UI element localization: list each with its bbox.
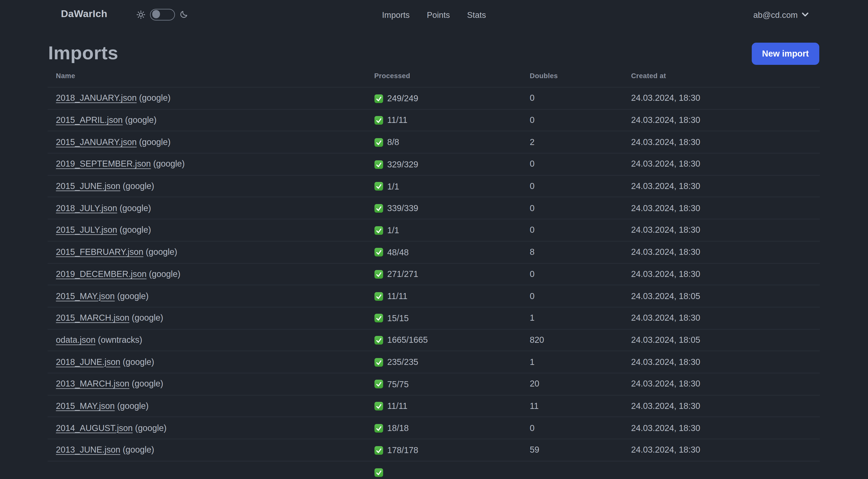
- success-check-icon: [374, 138, 383, 147]
- import-file-link[interactable]: 2015_JUNE.json: [56, 181, 120, 190]
- import-file-link[interactable]: 2015_MAY.json: [56, 291, 115, 300]
- processed-cell: 178/178: [374, 439, 530, 461]
- import-file-link[interactable]: 2015_MAY.json: [56, 401, 115, 410]
- processed-cell: 11/11: [374, 395, 530, 417]
- doubles-cell: 0: [530, 197, 631, 219]
- sun-icon: [136, 10, 146, 19]
- processed-cell: 11/11: [374, 109, 530, 131]
- processed-cell: 249/249: [374, 87, 530, 109]
- processed-cell: 1665/1665: [374, 329, 530, 351]
- success-check-icon: [374, 226, 383, 235]
- import-source-label: (google): [120, 225, 151, 235]
- theme-toggle[interactable]: [136, 8, 188, 20]
- name-cell: 2015_MAY.json (google): [48, 285, 374, 307]
- success-check-icon: [374, 380, 383, 389]
- name-cell: 2018_JANUARY.json (google): [48, 87, 374, 109]
- success-check-icon: [374, 468, 383, 477]
- import-file-link[interactable]: 2018_JUNE.json: [56, 357, 120, 366]
- created-at-cell: 24.03.2024, 18:30: [631, 263, 820, 285]
- import-file-link[interactable]: 2014_AUGUST.json: [56, 423, 133, 432]
- col-header-processed: Processed: [374, 66, 530, 87]
- import-file-link[interactable]: 2019_DECEMBER.json: [56, 269, 147, 278]
- processed-cell: 75/75: [374, 373, 530, 395]
- import-file-link[interactable]: 2019_SEPTEMBER.json: [56, 159, 151, 169]
- processed-cell: 15/15: [374, 307, 530, 329]
- processed-cell: 48/48: [374, 241, 530, 263]
- doubles-cell: 0: [530, 153, 631, 175]
- import-source-label: (google): [123, 181, 154, 190]
- import-source-label: (google): [149, 269, 180, 278]
- processed-value: 178/178: [387, 445, 418, 455]
- main-nav: Imports Points Stats: [382, 0, 486, 29]
- import-file-link[interactable]: 2015_APRIL.json: [56, 115, 123, 125]
- created-at-cell: 24.03.2024, 18:30: [631, 439, 820, 461]
- doubles-cell: 1: [530, 307, 631, 329]
- import-file-link[interactable]: 2018_JULY.json: [56, 203, 117, 212]
- nav-item-imports[interactable]: Imports: [382, 10, 410, 19]
- import-file-link[interactable]: 2015_FEBRUARY.json: [56, 247, 144, 256]
- table-row: 2015_JANUARY.json (google) 8/8 2 24.03.2…: [48, 131, 820, 153]
- name-cell: 2018_JUNE.json (google): [48, 351, 374, 373]
- name-cell: odata.json (owntracks): [48, 329, 374, 351]
- doubles-cell: 0: [530, 175, 631, 197]
- name-cell: 2015_JANUARY.json (google): [48, 131, 374, 153]
- name-cell: 2015_MARCH.json (google): [48, 307, 374, 329]
- name-cell: 2014_AUGUST.json (google): [48, 417, 374, 439]
- name-cell: 2015_JUNE.json (google): [48, 175, 374, 197]
- import-source-label: (google): [135, 423, 166, 432]
- col-header-created-at: Created at: [631, 66, 820, 87]
- table-row: 2015_FEBRUARY.json (google) 48/48 8 24.0…: [48, 241, 820, 263]
- nav-item-points[interactable]: Points: [427, 10, 450, 19]
- app-screen: DaWarIch Imports P: [0, 0, 868, 479]
- processed-value: 1/1: [387, 226, 399, 236]
- created-at-cell: 24.03.2024, 18:05: [631, 285, 820, 307]
- success-check-icon: [374, 313, 383, 323]
- table-row: 2018_JUNE.json (google) 235/235 1 24.03.…: [48, 351, 820, 373]
- import-source-label: (google): [117, 401, 149, 410]
- import-file-link[interactable]: 2018_JANUARY.json: [56, 93, 137, 102]
- name-cell: 2015_JULY.json (google): [48, 219, 374, 241]
- table-row: 2019_SEPTEMBER.json (google) 329/329 0 2…: [48, 153, 820, 175]
- import-file-link[interactable]: 2015_JANUARY.json: [56, 137, 137, 147]
- import-source-label: (google): [117, 291, 149, 300]
- name-cell: 2018_JULY.json (google): [48, 197, 374, 219]
- doubles-cell: 0: [530, 285, 631, 307]
- processed-cell: 18/18: [374, 417, 530, 439]
- processed-value: 249/249: [387, 93, 418, 103]
- doubles-cell: 0: [530, 219, 631, 241]
- app-logo[interactable]: DaWarIch: [61, 8, 107, 20]
- chevron-down-icon: [802, 9, 809, 19]
- new-import-button[interactable]: New import: [751, 43, 819, 65]
- created-at-cell: 24.03.2024, 18:05: [631, 329, 820, 351]
- table-row: 2019_DECEMBER.json (google) 271/271 0 24…: [48, 263, 820, 285]
- table-row: 2015_JUNE.json (google) 1/1 0 24.03.2024…: [48, 175, 820, 197]
- processed-value: 329/329: [387, 159, 418, 169]
- processed-cell: 339/339: [374, 197, 530, 219]
- import-file-link[interactable]: 2015_MARCH.json: [56, 313, 129, 323]
- imports-table: Name Processed Doubles Created at 2018_J…: [48, 66, 820, 479]
- success-check-icon: [374, 248, 383, 257]
- import-file-link[interactable]: 2013_JUNE.json: [56, 445, 120, 454]
- import-file-link[interactable]: 2015_JULY.json: [56, 225, 117, 235]
- doubles-cell: 1: [530, 351, 631, 373]
- import-source-label: (google): [125, 115, 156, 125]
- import-file-link[interactable]: odata.json: [56, 335, 96, 344]
- success-check-icon: [374, 94, 383, 103]
- processed-value: 11/11: [387, 401, 407, 411]
- col-header-doubles: Doubles: [530, 66, 631, 87]
- doubles-cell: 8: [530, 241, 631, 263]
- import-source-label: (google): [123, 357, 154, 366]
- created-at-cell: 24.03.2024, 18:30: [631, 373, 820, 395]
- imports-table-body: 2018_JANUARY.json (google) 249/249 0 24.…: [48, 87, 820, 479]
- theme-switch[interactable]: [150, 8, 175, 20]
- processed-value: 8/8: [387, 138, 399, 148]
- doubles-cell: 0: [530, 263, 631, 285]
- table-row: 2013_JUNE.json (google) 178/178 59 24.03…: [48, 439, 820, 461]
- user-menu[interactable]: ab@cd.com: [753, 0, 809, 29]
- name-cell: 2019_SEPTEMBER.json (google): [48, 153, 374, 175]
- nav-item-stats[interactable]: Stats: [467, 10, 486, 19]
- processed-cell: 1/1: [374, 175, 530, 197]
- doubles-cell: 820: [530, 329, 631, 351]
- import-file-link[interactable]: 2013_MARCH.json: [56, 379, 129, 388]
- name-cell: 2013_MARCH.json (google): [48, 373, 374, 395]
